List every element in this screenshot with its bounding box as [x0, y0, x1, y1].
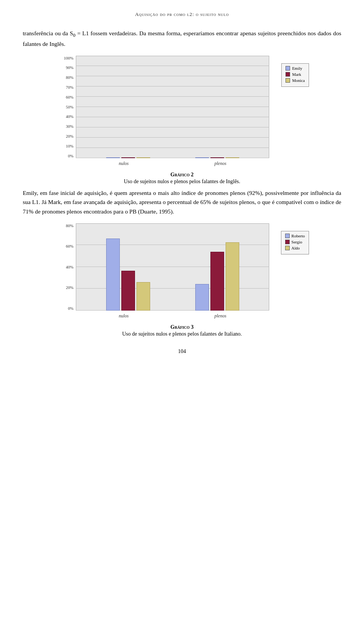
legend-emily-label: Emily	[292, 66, 302, 71]
chart1-mark-nulos	[121, 157, 135, 158]
legend-roberto-box	[285, 234, 290, 238]
legend-emily: Emily	[286, 66, 305, 71]
x2-label-plenos: plenos	[214, 313, 226, 319]
chart1-legend: Emily Mark Monica	[281, 63, 309, 87]
chart2-container: 80% 60% 40% 20% 0% nulos plenos	[23, 223, 341, 337]
chart2-roberto-plenos	[195, 284, 209, 311]
chart1-group-plenos	[195, 157, 239, 158]
y2-label-40: 40%	[66, 265, 74, 269]
legend-aldo-box	[285, 246, 290, 250]
legend-sergio: Sergio	[285, 240, 305, 244]
p1-text: transferência ou da S	[23, 30, 73, 36]
chart2-group-plenos	[195, 242, 239, 311]
legend-roberto-label: Roberto	[292, 234, 305, 238]
p2-text: Emily, em fase inicial de aquisição, é q…	[23, 190, 341, 215]
legend-sergio-box	[285, 240, 290, 244]
chart2-area: 80% 60% 40% 20% 0% nulos plenos	[53, 223, 311, 322]
chart2-y-axis: 80% 60% 40% 20% 0%	[53, 223, 75, 311]
chart2-caption-title: Gráfico 3	[171, 324, 194, 330]
y-label-10: 10%	[66, 144, 74, 148]
y-label-80: 80%	[66, 75, 74, 80]
legend-sergio-label: Sergio	[292, 240, 303, 244]
y2-label-80: 80%	[66, 223, 74, 228]
page-number: 104	[23, 348, 341, 355]
legend-monica-box	[286, 78, 290, 83]
chart2-bars	[76, 223, 269, 311]
y2-label-20: 20%	[66, 285, 74, 290]
y2-label-0: 0%	[68, 306, 74, 311]
legend-aldo-label: Aldo	[292, 246, 300, 250]
chart1-area: 100% 90% 80% 70% 60% 50% 40% 30% 20% 10%…	[53, 56, 311, 170]
legend-monica: Monica	[286, 78, 305, 83]
chart2-aldo-plenos	[226, 242, 239, 311]
y-label-0: 0%	[68, 154, 74, 158]
x-label-nulos: nulos	[119, 161, 129, 166]
y-label-20: 20%	[66, 134, 74, 138]
chart2-roberto-nulos	[106, 239, 120, 311]
chart2-legend: Roberto Sergio Aldo	[281, 231, 309, 254]
chart1-monica-nulos	[136, 157, 150, 158]
chart1-caption-text: Uso de sujeitos nulos e plenos pelos fal…	[124, 179, 240, 185]
y2-label-60: 60%	[66, 244, 74, 248]
x2-label-nulos: nulos	[119, 313, 129, 319]
chart1-y-axis: 100% 90% 80% 70% 60% 50% 40% 30% 20% 10%…	[53, 56, 75, 158]
legend-monica-label: Monica	[292, 78, 305, 83]
y-label-40: 40%	[66, 114, 74, 119]
header-title: Aquisição do pb como l2: o sujeito nulo	[135, 11, 229, 17]
chart2-sergio-nulos	[121, 271, 135, 311]
y-label-70: 70%	[66, 85, 74, 89]
chart2-aldo-nulos	[136, 282, 150, 311]
legend-emily-box	[286, 66, 290, 71]
y-label-60: 60%	[66, 95, 74, 99]
legend-mark-box	[286, 72, 290, 77]
legend-mark-label: Mark	[292, 72, 301, 77]
y-label-30: 30%	[66, 124, 74, 129]
y-label-50: 50%	[66, 105, 74, 109]
x-label-plenos: plenos	[214, 161, 226, 166]
chart2-group-nulos	[106, 239, 150, 311]
legend-aldo: Aldo	[285, 246, 305, 250]
chart1-bars	[76, 56, 269, 158]
chart1-mark-plenos	[210, 157, 224, 158]
chart1-caption-title: Gráfico 2	[171, 172, 194, 178]
chart1-container: 100% 90% 80% 70% 60% 50% 40% 30% 20% 10%…	[23, 56, 341, 185]
chart1-emily-nulos	[106, 157, 120, 158]
chart1-x-axis: nulos plenos	[76, 161, 269, 166]
chart1-monica-plenos	[226, 157, 239, 158]
chart2-sergio-plenos	[210, 252, 224, 311]
legend-roberto: Roberto	[285, 234, 305, 238]
chart2-caption-text: Uso de sujeitos nulos e plenos pelos fal…	[122, 331, 242, 337]
legend-mark: Mark	[286, 72, 305, 77]
y-label-90: 90%	[66, 65, 74, 70]
chart2-x-axis: nulos plenos	[76, 313, 269, 319]
chart1-group-nulos	[106, 157, 150, 158]
chart1-emily-plenos	[195, 157, 209, 158]
paragraph-2: Emily, em fase inicial de aquisição, é q…	[23, 188, 341, 217]
page-header: Aquisição do pb como l2: o sujeito nulo	[23, 11, 341, 17]
paragraph-1: transferência ou da S0 = L1 fossem verda…	[23, 29, 341, 49]
y-label-100: 100%	[64, 56, 74, 60]
